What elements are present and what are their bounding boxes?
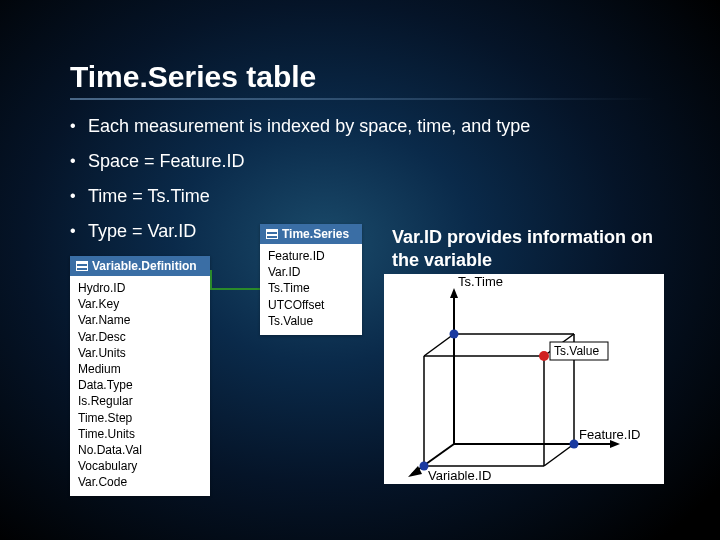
panel-body: Hydro.ID Var.Key Var.Name Var.Desc Var.U… (70, 276, 210, 496)
field: Feature.ID (268, 248, 354, 264)
field: Medium (78, 361, 202, 377)
svg-line-12 (424, 334, 454, 356)
bullet-item: Time = Ts.Time (70, 186, 656, 207)
svg-marker-1 (450, 288, 458, 298)
svg-point-15 (450, 330, 459, 339)
panel-variable-definition: Variable.Definition Hydro.ID Var.Key Var… (70, 256, 210, 496)
point-label: Ts.Value (554, 344, 599, 358)
field: Time.Step (78, 410, 202, 426)
panel-header: Time.Series (260, 224, 362, 244)
field: Var.Units (78, 345, 202, 361)
field: Var.Code (78, 474, 202, 490)
axis-x-label: Feature.ID (579, 427, 640, 442)
field: No.Data.Val (78, 442, 202, 458)
field: Var.Desc (78, 329, 202, 345)
title-underline (70, 98, 656, 100)
bullet-item: Each measurement is indexed by space, ti… (70, 116, 656, 137)
field: Var.Name (78, 312, 202, 328)
bullet-list: Each measurement is indexed by space, ti… (70, 116, 656, 242)
table-icon (266, 229, 278, 239)
cube-diagram: Ts.Time Feature.ID Variable.ID Ts.Value (384, 274, 664, 484)
field: Time.Units (78, 426, 202, 442)
field: Is.Regular (78, 393, 202, 409)
field: Data.Type (78, 377, 202, 393)
field: Ts.Value (268, 313, 354, 329)
field: Var.ID (268, 264, 354, 280)
table-icon (76, 261, 88, 271)
field: Var.Key (78, 296, 202, 312)
field: Vocabulary (78, 458, 202, 474)
field: UTCOffset (268, 297, 354, 313)
svg-point-16 (570, 440, 579, 449)
caption-text: Var.ID provides information on the varia… (392, 226, 662, 271)
slide-title: Time.Series table (70, 60, 656, 94)
bullet-item: Space = Feature.ID (70, 151, 656, 172)
svg-line-14 (544, 444, 574, 466)
panel-header-label: Time.Series (282, 227, 349, 241)
panel-timeseries: Time.Series Feature.ID Var.ID Ts.Time UT… (260, 224, 362, 335)
field: Ts.Time (268, 280, 354, 296)
field: Hydro.ID (78, 280, 202, 296)
panel-body: Feature.ID Var.ID Ts.Time UTCOffset Ts.V… (260, 244, 362, 335)
axis-z-label: Variable.ID (428, 468, 491, 483)
connector-line (210, 270, 260, 272)
panel-header: Variable.Definition (70, 256, 210, 276)
axis-y-label: Ts.Time (458, 274, 503, 289)
svg-point-18 (539, 351, 549, 361)
panel-header-label: Variable.Definition (92, 259, 197, 273)
